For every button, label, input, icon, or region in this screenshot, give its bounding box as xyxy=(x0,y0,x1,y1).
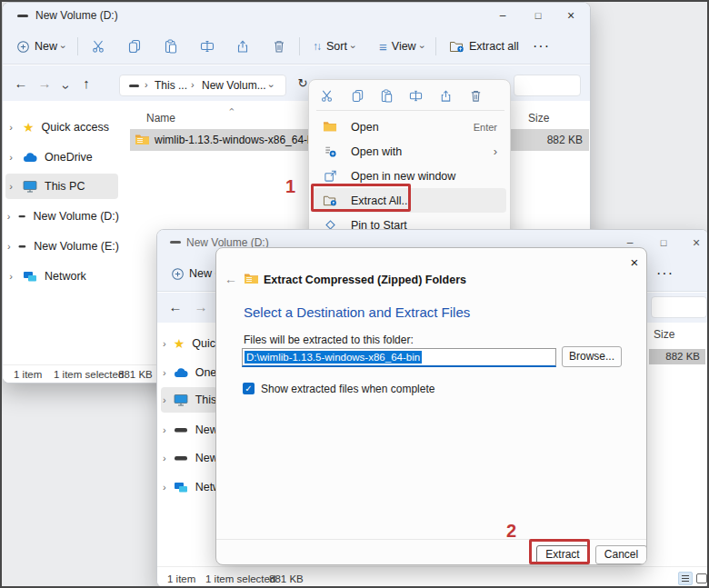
file-row-selected-partial[interactable]: 882 KB xyxy=(649,349,705,364)
drive-icon xyxy=(129,85,139,87)
forward-button[interactable]: → xyxy=(34,73,55,95)
delete-button[interactable] xyxy=(265,34,293,59)
sidebar-item-network[interactable]: › Network xyxy=(6,264,119,289)
back-button[interactable]: ← xyxy=(165,296,186,318)
open-with-icon xyxy=(322,139,338,164)
maximize-button[interactable]: □ xyxy=(650,230,677,255)
more-options-button[interactable]: ··· xyxy=(650,261,680,286)
cut-menu-icon[interactable] xyxy=(320,89,334,103)
sidebar-item-new-volume-d[interactable]: › New Volume (D:) xyxy=(6,204,119,229)
trash-icon xyxy=(272,39,286,54)
expand-chevron-icon[interactable]: › xyxy=(6,122,15,133)
search-box-partial[interactable] xyxy=(514,75,581,96)
main-title-bar: New Volume (D:) – □ × xyxy=(3,3,590,28)
sidebar-item-new-volume-d[interactable]: › New Volume (D:) xyxy=(163,417,217,443)
expand-chevron-icon[interactable]: › xyxy=(163,338,166,349)
annotation-step-2: 2 xyxy=(506,521,516,542)
drive-icon xyxy=(174,453,188,463)
view-button[interactable]: ≡ View › xyxy=(373,34,430,59)
list-view-icon xyxy=(679,573,692,584)
destination-path-input[interactable]: D:\wimlib-1.13.5-windows-x86_64-bin xyxy=(242,348,556,367)
recent-locations-chevron[interactable]: › xyxy=(55,76,77,98)
dialog-heading: Select a Destination and Extract Files xyxy=(244,304,470,320)
column-header-size[interactable]: Size xyxy=(654,328,674,341)
expand-chevron-icon[interactable]: › xyxy=(163,394,166,405)
extract-all-toolbar-button[interactable]: Extract all xyxy=(443,34,525,59)
cancel-button[interactable]: Cancel xyxy=(595,545,647,564)
show-files-checkbox[interactable]: ✓ xyxy=(243,383,255,394)
zip-folder-icon xyxy=(135,133,150,147)
column-header-size[interactable]: Size xyxy=(528,112,549,125)
address-dropdown-chevron[interactable]: › xyxy=(266,85,276,88)
minimize-button[interactable]: – xyxy=(489,3,516,28)
paste-button[interactable] xyxy=(157,34,185,59)
onedrive-cloud-icon xyxy=(23,152,37,163)
view-icon: ≡ xyxy=(379,40,387,54)
menu-item-open[interactable]: Open Enter xyxy=(313,115,506,139)
sidebar-item-quick-access[interactable]: › ★ Quick access xyxy=(163,331,217,356)
expand-chevron-icon[interactable]: › xyxy=(163,453,166,463)
annotation-box-extract-all xyxy=(311,184,411,212)
share-menu-icon[interactable] xyxy=(439,89,453,103)
paste-menu-icon[interactable] xyxy=(380,89,394,103)
delete-menu-icon[interactable] xyxy=(469,89,483,103)
address-bar[interactable]: › This ... › New Volum... › xyxy=(119,75,286,96)
copy-menu-icon[interactable] xyxy=(351,89,364,103)
cut-button[interactable] xyxy=(85,34,112,59)
list-view-toggle[interactable] xyxy=(678,572,693,585)
drive-icon xyxy=(174,425,188,434)
expand-chevron-icon[interactable]: › xyxy=(163,367,166,378)
rename-menu-icon[interactable] xyxy=(409,89,423,103)
new-plus-icon xyxy=(171,267,185,281)
rename-icon xyxy=(200,39,215,54)
sidebar-item-new-volume-e[interactable]: › New Volume (E:) xyxy=(163,445,217,471)
sidebar-item-this-pc[interactable]: › This PC xyxy=(6,174,119,199)
chevron-down-icon: › xyxy=(58,45,68,48)
network-icon xyxy=(174,482,188,493)
menu-item-open-with[interactable]: Open with › xyxy=(313,139,506,164)
sidebar-item-network[interactable]: › Network xyxy=(163,474,217,500)
drive-icon xyxy=(170,241,181,244)
close-button[interactable]: × xyxy=(557,3,584,28)
this-pc-monitor-icon xyxy=(23,180,37,193)
expand-chevron-icon[interactable]: › xyxy=(163,482,166,493)
breadcrumb-new-volume[interactable]: New Volum... xyxy=(202,79,266,92)
rename-button[interactable] xyxy=(194,34,221,59)
more-options-button[interactable]: ··· xyxy=(526,34,556,59)
address-bar-partial[interactable] xyxy=(651,296,707,318)
up-button[interactable]: ↑ xyxy=(75,73,97,95)
sidebar-item-onedrive[interactable]: › OneDrive xyxy=(163,360,217,385)
expand-chevron-icon[interactable]: › xyxy=(163,424,166,435)
status-item-count: 1 item xyxy=(14,369,42,380)
expand-chevron-icon[interactable]: › xyxy=(6,152,15,163)
annotation-step-1: 1 xyxy=(285,176,295,197)
sidebar-item-onedrive[interactable]: › OneDrive xyxy=(6,145,119,170)
show-files-checkbox-label[interactable]: Show extracted files when complete xyxy=(261,383,434,395)
new-button[interactable]: New › xyxy=(10,34,72,59)
browse-button[interactable]: Browse... xyxy=(562,346,622,367)
maximize-button[interactable]: □ xyxy=(524,3,552,28)
status-selected-count: 1 item selected xyxy=(54,369,124,380)
back-button[interactable]: ← xyxy=(10,73,32,95)
column-header-name[interactable]: Name xyxy=(146,112,175,125)
close-button[interactable]: × xyxy=(683,230,709,255)
expand-chevron-icon[interactable]: › xyxy=(6,211,11,222)
share-button[interactable] xyxy=(229,34,256,59)
zip-folder-icon xyxy=(244,272,259,286)
expand-chevron-icon[interactable]: › xyxy=(6,181,15,192)
chevron-down-icon: › xyxy=(348,45,358,48)
details-view-toggle[interactable] xyxy=(696,573,707,583)
sidebar-item-this-pc[interactable]: › This PC xyxy=(163,387,217,413)
expand-chevron-icon[interactable]: › xyxy=(6,241,11,252)
expand-chevron-icon[interactable]: › xyxy=(6,271,15,282)
submenu-chevron-icon: › xyxy=(494,145,497,157)
destination-path-value: D:\wimlib-1.13.5-windows-x86_64-bin xyxy=(245,351,422,364)
breadcrumb-this-pc[interactable]: This ... xyxy=(155,79,187,92)
dialog-close-button[interactable]: × xyxy=(623,252,646,274)
copy-button[interactable] xyxy=(121,34,148,59)
sidebar-item-new-volume-e[interactable]: › New Volume (E:) xyxy=(6,234,119,259)
status-selected-size: 881 KB xyxy=(118,369,153,380)
forward-button[interactable]: → xyxy=(190,296,212,318)
sort-button[interactable]: ↑↓ Sort › xyxy=(306,34,362,59)
sidebar-item-quick-access[interactable]: › ★ Quick access xyxy=(6,115,119,140)
